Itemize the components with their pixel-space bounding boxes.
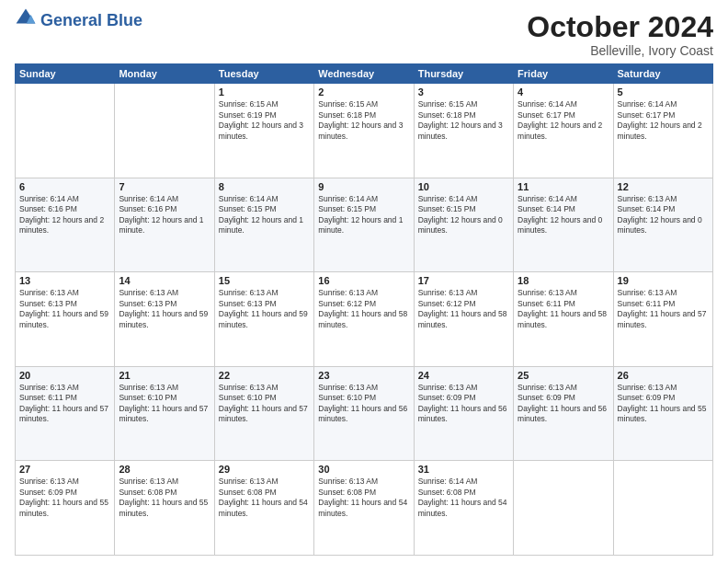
calendar-cell: 10Sunrise: 6:14 AMSunset: 6:15 PMDayligh… [414, 178, 513, 272]
day-number: 28 [119, 464, 210, 475]
cell-info: Sunrise: 6:14 AMSunset: 6:15 PMDaylight:… [318, 194, 409, 236]
calendar-cell [16, 84, 115, 178]
cell-info: Sunrise: 6:13 AMSunset: 6:08 PMDaylight:… [119, 477, 210, 519]
logo-line2: Blue [107, 11, 142, 29]
calendar-cell: 15Sunrise: 6:13 AMSunset: 6:13 PMDayligh… [214, 272, 313, 367]
col-thursday: Thursday [414, 64, 513, 84]
calendar-week-5: 27Sunrise: 6:13 AMSunset: 6:09 PMDayligh… [16, 461, 713, 556]
cell-info: Sunrise: 6:14 AMSunset: 6:15 PMDaylight:… [418, 194, 509, 236]
cell-info: Sunrise: 6:13 AMSunset: 6:08 PMDaylight:… [318, 477, 409, 519]
calendar-week-3: 13Sunrise: 6:13 AMSunset: 6:13 PMDayligh… [16, 272, 713, 367]
calendar-cell: 6Sunrise: 6:14 AMSunset: 6:16 PMDaylight… [16, 178, 115, 272]
calendar-cell: 12Sunrise: 6:13 AMSunset: 6:14 PMDayligh… [613, 178, 712, 272]
cell-info: Sunrise: 6:13 AMSunset: 6:13 PMDaylight:… [219, 288, 310, 330]
calendar-cell: 24Sunrise: 6:13 AMSunset: 6:09 PMDayligh… [414, 366, 513, 461]
day-number: 9 [318, 181, 409, 192]
calendar-cell [613, 461, 712, 556]
day-number: 4 [518, 86, 609, 98]
calendar-cell: 17Sunrise: 6:13 AMSunset: 6:12 PMDayligh… [414, 272, 513, 367]
cell-info: Sunrise: 6:13 AMSunset: 6:13 PMDaylight:… [119, 288, 210, 330]
day-number: 21 [119, 370, 210, 381]
calendar-cell: 29Sunrise: 6:13 AMSunset: 6:08 PMDayligh… [214, 461, 313, 556]
cell-info: Sunrise: 6:14 AMSunset: 6:17 PMDaylight:… [518, 99, 609, 142]
logo-icon [15, 7, 37, 29]
col-monday: Monday [115, 64, 214, 84]
day-number: 23 [318, 370, 409, 381]
day-number: 17 [418, 275, 509, 286]
day-number: 31 [418, 464, 509, 475]
location: Belleville, Ivory Coast [527, 43, 713, 58]
calendar-cell: 18Sunrise: 6:13 AMSunset: 6:11 PMDayligh… [514, 272, 613, 367]
cell-info: Sunrise: 6:13 AMSunset: 6:12 PMDaylight:… [318, 288, 409, 330]
cell-info: Sunrise: 6:13 AMSunset: 6:08 PMDaylight:… [219, 477, 310, 519]
calendar-cell: 20Sunrise: 6:13 AMSunset: 6:11 PMDayligh… [16, 366, 115, 461]
day-number: 5 [618, 86, 709, 98]
calendar-cell: 21Sunrise: 6:13 AMSunset: 6:10 PMDayligh… [115, 366, 214, 461]
cell-info: Sunrise: 6:13 AMSunset: 6:09 PMDaylight:… [418, 383, 509, 425]
cell-info: Sunrise: 6:14 AMSunset: 6:15 PMDaylight:… [219, 194, 310, 236]
cell-info: Sunrise: 6:15 AMSunset: 6:18 PMDaylight:… [318, 99, 409, 142]
cell-info: Sunrise: 6:13 AMSunset: 6:09 PMDaylight:… [618, 383, 709, 425]
calendar-cell: 2Sunrise: 6:15 AMSunset: 6:18 PMDaylight… [314, 84, 414, 178]
day-number: 14 [119, 275, 210, 286]
calendar-week-1: 1Sunrise: 6:15 AMSunset: 6:19 PMDaylight… [16, 84, 713, 178]
calendar-header-row: Sunday Monday Tuesday Wednesday Thursday… [16, 64, 713, 84]
day-number: 15 [219, 275, 310, 286]
page: General Blue October 2024 Belleville, Iv… [0, 0, 728, 563]
day-number: 18 [518, 275, 609, 286]
day-number: 25 [518, 370, 609, 381]
cell-info: Sunrise: 6:13 AMSunset: 6:10 PMDaylight:… [219, 383, 310, 425]
cell-info: Sunrise: 6:14 AMSunset: 6:08 PMDaylight:… [418, 477, 509, 519]
calendar-cell: 31Sunrise: 6:14 AMSunset: 6:08 PMDayligh… [414, 461, 513, 556]
day-number: 19 [618, 275, 709, 286]
cell-info: Sunrise: 6:13 AMSunset: 6:11 PMDaylight:… [19, 383, 110, 425]
calendar-cell: 9Sunrise: 6:14 AMSunset: 6:15 PMDaylight… [314, 178, 414, 272]
day-number: 12 [618, 181, 709, 192]
col-friday: Friday [514, 64, 613, 84]
calendar-cell: 19Sunrise: 6:13 AMSunset: 6:11 PMDayligh… [613, 272, 712, 367]
calendar-cell [115, 84, 214, 178]
day-number: 22 [219, 370, 310, 381]
day-number: 10 [418, 181, 509, 192]
cell-info: Sunrise: 6:13 AMSunset: 6:09 PMDaylight:… [518, 383, 609, 425]
day-number: 13 [19, 275, 110, 286]
day-number: 16 [318, 275, 409, 286]
calendar-cell: 3Sunrise: 6:15 AMSunset: 6:18 PMDaylight… [414, 84, 513, 178]
calendar-cell: 22Sunrise: 6:13 AMSunset: 6:10 PMDayligh… [214, 366, 313, 461]
calendar-table: Sunday Monday Tuesday Wednesday Thursday… [15, 63, 713, 556]
calendar-cell: 13Sunrise: 6:13 AMSunset: 6:13 PMDayligh… [16, 272, 115, 367]
calendar-cell: 23Sunrise: 6:13 AMSunset: 6:10 PMDayligh… [314, 366, 414, 461]
day-number: 11 [518, 181, 609, 192]
day-number: 30 [318, 464, 409, 475]
calendar-cell: 30Sunrise: 6:13 AMSunset: 6:08 PMDayligh… [314, 461, 414, 556]
calendar-cell: 14Sunrise: 6:13 AMSunset: 6:13 PMDayligh… [115, 272, 214, 367]
cell-info: Sunrise: 6:13 AMSunset: 6:12 PMDaylight:… [418, 288, 509, 330]
calendar-cell: 4Sunrise: 6:14 AMSunset: 6:17 PMDaylight… [514, 84, 613, 178]
calendar-cell: 5Sunrise: 6:14 AMSunset: 6:17 PMDaylight… [613, 84, 712, 178]
logo-text: General Blue [40, 11, 142, 30]
calendar-cell: 25Sunrise: 6:13 AMSunset: 6:09 PMDayligh… [514, 366, 613, 461]
logo-line1: General [40, 11, 102, 29]
day-number: 24 [418, 370, 509, 381]
cell-info: Sunrise: 6:15 AMSunset: 6:18 PMDaylight:… [418, 99, 509, 142]
title-area: October 2024 Belleville, Ivory Coast [527, 11, 713, 58]
day-number: 8 [219, 181, 310, 192]
day-number: 20 [19, 370, 110, 381]
cell-info: Sunrise: 6:14 AMSunset: 6:14 PMDaylight:… [518, 194, 609, 236]
calendar-cell [514, 461, 613, 556]
cell-info: Sunrise: 6:13 AMSunset: 6:14 PMDaylight:… [618, 194, 709, 236]
calendar-cell: 28Sunrise: 6:13 AMSunset: 6:08 PMDayligh… [115, 461, 214, 556]
cell-info: Sunrise: 6:14 AMSunset: 6:16 PMDaylight:… [119, 194, 210, 236]
logo-area: General Blue [15, 11, 142, 30]
col-sunday: Sunday [16, 64, 115, 84]
calendar-cell: 26Sunrise: 6:13 AMSunset: 6:09 PMDayligh… [613, 366, 712, 461]
cell-info: Sunrise: 6:13 AMSunset: 6:10 PMDaylight:… [119, 383, 210, 425]
month-title: October 2024 [527, 11, 713, 43]
calendar-cell: 16Sunrise: 6:13 AMSunset: 6:12 PMDayligh… [314, 272, 414, 367]
day-number: 1 [219, 86, 310, 98]
cell-info: Sunrise: 6:14 AMSunset: 6:17 PMDaylight:… [618, 99, 709, 142]
day-number: 6 [19, 181, 110, 192]
cell-info: Sunrise: 6:13 AMSunset: 6:10 PMDaylight:… [318, 383, 409, 425]
calendar-cell: 27Sunrise: 6:13 AMSunset: 6:09 PMDayligh… [16, 461, 115, 556]
cell-info: Sunrise: 6:15 AMSunset: 6:19 PMDaylight:… [219, 99, 310, 142]
